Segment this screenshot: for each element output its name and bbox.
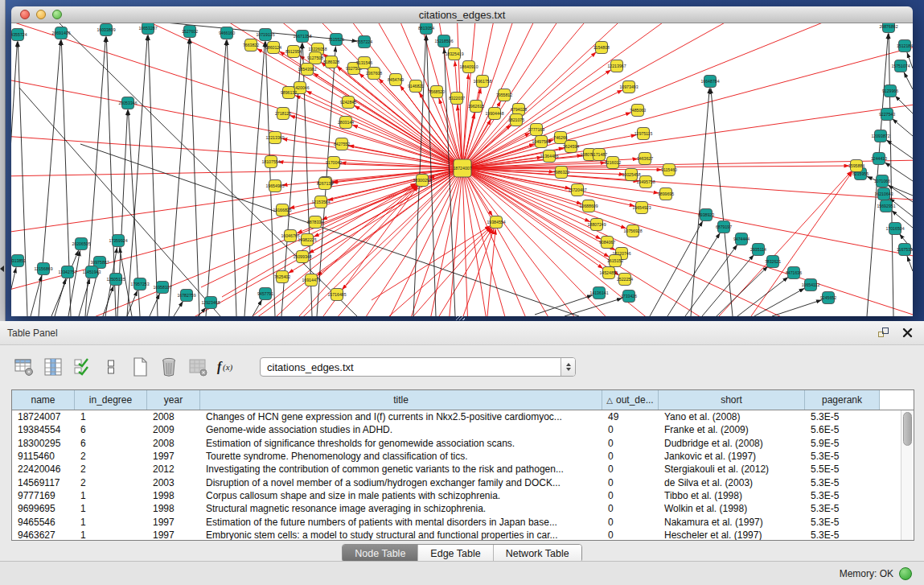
delete-table-icon[interactable] [187,356,208,378]
network-edge[interactable] [413,227,491,316]
network-graph[interactable]: 2435572420691406160338091065328715276029… [11,23,913,316]
cell-pagerank[interactable]: 5.9E-5 [805,438,880,449]
create-column-icon[interactable] [129,356,150,378]
column-visibility-icon[interactable] [42,356,64,378]
network-edge[interactable] [150,294,160,316]
cell-title[interactable]: Changes of HCN gene expression and I(f) … [200,411,602,422]
table-row[interactable]: 2242004622012Investigating the contribut… [12,463,914,476]
column-header-in-degree[interactable]: in_degree [75,390,147,410]
cell-name[interactable]: 18724007 [12,411,75,422]
network-edge[interactable] [535,295,593,315]
column-header-title[interactable]: title [200,390,602,410]
network-edge[interactable] [892,118,913,136]
cell-title[interactable]: Genome-wide association studies in ADHD. [200,424,602,435]
cell-year[interactable]: 1998 [147,490,200,501]
network-edge[interactable] [895,96,913,113]
cell-pagerank[interactable]: 5.6E-5 [805,424,880,435]
tab-edge-table[interactable]: Edge Table [418,545,493,562]
cell-title[interactable]: Embryonic stem cells: a model to study s… [200,529,602,541]
network-edge[interactable] [889,33,893,316]
network-edge[interactable] [253,299,262,316]
network-edge[interactable] [487,229,495,316]
cell-short[interactable]: Hescheler et al. (1997) [659,529,805,541]
network-edge[interactable] [244,41,265,316]
splitpane-resize-grip[interactable] [456,316,465,320]
column-header-pagerank[interactable]: pagerank [805,390,880,410]
splitpane-collapse-icon[interactable] [0,266,4,272]
cell-short[interactable]: Dudbridge et al. (2008) [659,438,805,449]
cell-out-de-[interactable]: 0 [602,503,659,514]
cell-year[interactable]: 2003 [147,477,200,488]
column-header-year[interactable]: year [147,390,200,410]
cell-name[interactable]: 9699695 [12,503,75,514]
table-row[interactable]: 911546021997Tourette syndrome. Phenomeno… [12,450,914,463]
network-edge[interactable] [190,38,199,316]
network-edge[interactable] [717,266,768,316]
memory-status-icon[interactable] [899,567,912,580]
column-header-short[interactable]: short [659,390,805,410]
cell-in-degree[interactable]: 2 [75,463,147,475]
cell-pagerank[interactable]: 5.3E-5 [805,503,880,514]
table-scrollbar-thumb[interactable] [903,412,912,446]
cell-name[interactable]: 18300295 [12,438,75,449]
cell-out-de-[interactable]: 0 [602,424,659,435]
cell-out-de-[interactable]: 49 [602,411,659,422]
delete-column-icon[interactable] [158,356,179,378]
table-row[interactable]: 1872400712008Changes of HCN gene express… [12,410,914,423]
cell-year[interactable]: 1998 [147,503,200,514]
cell-pagerank[interactable]: 5.3E-5 [805,517,880,528]
network-edge[interactable] [455,60,462,168]
cell-title[interactable]: Tourette syndrome. Phenomenology and cla… [200,451,602,462]
network-edge[interactable] [737,277,788,316]
network-edge[interactable] [55,278,66,316]
cell-in-degree[interactable]: 1 [75,490,147,501]
cell-short[interactable]: Franke et al. (2009) [659,424,805,435]
cell-out-de-[interactable]: 0 [602,477,659,488]
cell-title[interactable]: Corpus callosum shape and size in male p… [200,490,602,501]
close-panel-icon[interactable] [900,326,914,340]
cell-out-de-[interactable]: 0 [602,438,659,449]
cell-pagerank[interactable]: 5.3E-5 [805,451,880,462]
network-edge[interactable] [389,227,491,316]
cell-in-degree[interactable]: 1 [75,411,147,422]
cell-in-degree[interactable]: 1 [75,529,147,541]
cell-in-degree[interactable]: 6 [75,424,147,435]
network-window-titlebar[interactable]: citations_edges.txt [11,6,913,23]
cell-name[interactable]: 14569117 [12,477,75,488]
table-row[interactable]: 969969511998Structural magnetic resonanc… [12,502,914,515]
table-row[interactable]: 1456911722003Disruption of a novel membe… [12,476,914,488]
cell-pagerank[interactable]: 5.3E-5 [805,490,880,501]
cell-name[interactable]: 19384554 [12,424,75,435]
network-canvas[interactable]: 2435572420691406160338091065328715276029… [11,23,913,316]
network-edge[interactable] [206,39,226,316]
cell-short[interactable]: Nakamura et al. (1997) [659,517,805,528]
table-row[interactable]: 977716911998Corpus callosum shape and si… [12,489,914,502]
minimize-window-icon[interactable] [36,10,46,19]
cell-year[interactable]: 1997 [147,451,200,462]
network-edge[interactable] [227,39,236,316]
tab-node-table[interactable]: Node Table [343,545,418,562]
cell-pagerank[interactable]: 5.3E-5 [805,529,880,541]
cell-short[interactable]: Stergiakouli et al. (2012) [659,463,805,475]
function-builder-icon[interactable]: f (x) [216,356,243,378]
select-columns-icon[interactable] [71,356,92,378]
network-edge[interactable] [711,88,733,316]
cell-name[interactable]: 9115460 [12,451,75,462]
close-window-icon[interactable] [20,10,30,19]
network-edge[interactable] [751,171,852,316]
network-edge[interactable] [904,72,913,89]
cell-title[interactable]: Disruption of a novel member of a sodium… [200,477,602,488]
tab-network-table[interactable]: Network Table [494,545,581,562]
cell-year[interactable]: 1997 [147,529,200,541]
network-edge[interactable] [886,140,913,159]
cell-year[interactable]: 2008 [147,411,200,422]
cell-title[interactable]: Structural magnetic resonance image aver… [200,503,602,514]
network-edge[interactable] [317,168,462,276]
network-edge[interactable] [354,105,462,168]
table-row[interactable]: 946362711997Embryonic stem cells: a mode… [12,529,914,541]
cell-year[interactable]: 1997 [147,517,200,528]
cell-out-de-[interactable]: 0 [602,529,659,541]
cell-in-degree[interactable]: 6 [75,438,147,449]
cell-out-de-[interactable]: 0 [602,490,659,501]
cell-title[interactable]: Estimation of the future numbers of pati… [200,517,602,528]
